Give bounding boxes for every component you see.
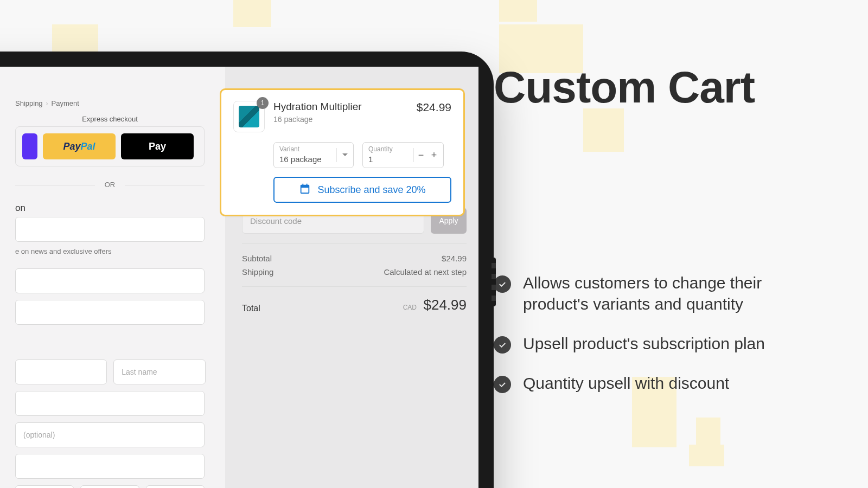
- subscribe-save-button[interactable]: Subscribe and save 20%: [273, 177, 451, 203]
- chevron-right-icon: ›: [46, 100, 48, 107]
- breadcrumb: Shipping › Payment: [15, 99, 205, 107]
- province-select[interactable]: Province Alberta: [80, 485, 139, 488]
- apple-pay-button[interactable]: Pay: [121, 133, 194, 159]
- product-thumbnail: 1: [233, 101, 265, 132]
- product-name: Hydration Multiplier: [273, 101, 362, 113]
- contact-section-suffix: on: [15, 203, 205, 214]
- quantity-label: Quantity: [368, 145, 393, 153]
- feature-panel: Custom Cart Allows customers to change t…: [494, 0, 868, 488]
- city-field[interactable]: [15, 454, 205, 479]
- variant-select[interactable]: Variant 16 package: [273, 142, 354, 168]
- quantity-decrement[interactable]: −: [414, 143, 428, 168]
- quantity-stepper: Quantity 1 − +: [362, 142, 444, 168]
- last-name-field[interactable]: Last name: [113, 359, 205, 384]
- shipping-label: Shipping: [242, 267, 273, 277]
- apple-pay-label: Pay: [149, 141, 166, 152]
- quantity-value: 1: [368, 155, 373, 164]
- paypal-pal: Pal: [81, 141, 95, 152]
- shipping-value: Calculated at next step: [384, 267, 467, 277]
- express-checkout-label: Express checkout: [15, 115, 205, 123]
- product-price: $24.99: [417, 101, 451, 114]
- company-field[interactable]: [15, 391, 205, 416]
- check-icon: [494, 336, 511, 354]
- feature-item: Allows customers to change their product…: [494, 272, 846, 314]
- country-select[interactable]: [15, 485, 74, 488]
- placeholder-text: Last name: [122, 368, 157, 376]
- shop-pay-button[interactable]: [22, 133, 37, 159]
- total-value: $24.99: [423, 297, 467, 313]
- paypal-pay: Pay: [63, 141, 80, 152]
- calendar-icon: [299, 183, 311, 197]
- subtotal-label: Subtotal: [242, 254, 272, 263]
- first-name-field[interactable]: [15, 359, 107, 384]
- shipping-row: Shipping Calculated at next step: [242, 267, 467, 277]
- quantity-increment[interactable]: +: [427, 143, 441, 168]
- currency-code: CAD: [403, 304, 417, 311]
- paypal-logo-text: PayPal: [63, 141, 95, 152]
- feature-title: Custom Cart: [494, 65, 846, 110]
- placeholder-text: Discount code: [250, 216, 302, 226]
- check-icon: [494, 275, 511, 293]
- divider: [242, 243, 467, 244]
- total-label: Total: [242, 304, 260, 313]
- express-checkout-box: PayPal Pay: [15, 126, 205, 166]
- subtotal-value: $24.99: [442, 254, 467, 263]
- decor-square: [233, 0, 271, 27]
- subtotal-row: Subtotal $24.99: [242, 254, 467, 263]
- breadcrumb-step[interactable]: Payment: [52, 99, 79, 107]
- quantity-badge: 1: [257, 97, 269, 109]
- apartment-field[interactable]: (optional): [15, 422, 205, 447]
- postal-code-field[interactable]: Postal code: [146, 485, 205, 488]
- divider: [242, 286, 467, 287]
- paypal-button[interactable]: PayPal: [43, 133, 116, 159]
- product-image: [239, 106, 259, 127]
- feature-text: Allows customers to change their product…: [523, 272, 773, 314]
- subscribe-label: Subscribe and save 20%: [317, 184, 425, 196]
- total-row: Total CAD $24.99: [242, 297, 467, 313]
- checkout-form: Shipping › Payment Express checkout PayP…: [0, 67, 225, 488]
- check-icon: [494, 376, 511, 393]
- email-field[interactable]: [15, 217, 205, 242]
- apple-pay-text: Pay: [149, 141, 166, 152]
- product-subtitle: 16 package: [273, 115, 362, 124]
- cart-line-item: 1 Hydration Multiplier 16 package $24.99…: [220, 88, 465, 216]
- feature-text: Upsell product's subscription plan: [523, 333, 765, 354]
- feature-list: Allows customers to change their product…: [494, 272, 846, 394]
- or-divider: OR: [15, 181, 205, 189]
- variant-label: Variant: [279, 145, 299, 153]
- variant-value: 16 package: [279, 155, 322, 164]
- feature-text: Quantity upsell with discount: [523, 373, 729, 394]
- address-country-field[interactable]: [15, 268, 205, 293]
- newsletter-opt-in[interactable]: e on news and exclusive offers: [15, 247, 205, 255]
- address-line-field[interactable]: [15, 300, 205, 325]
- breadcrumb-step[interactable]: Shipping: [15, 99, 43, 107]
- placeholder-text: (optional): [23, 431, 55, 439]
- feature-item: Upsell product's subscription plan: [494, 333, 846, 354]
- feature-item: Quantity upsell with discount: [494, 373, 846, 394]
